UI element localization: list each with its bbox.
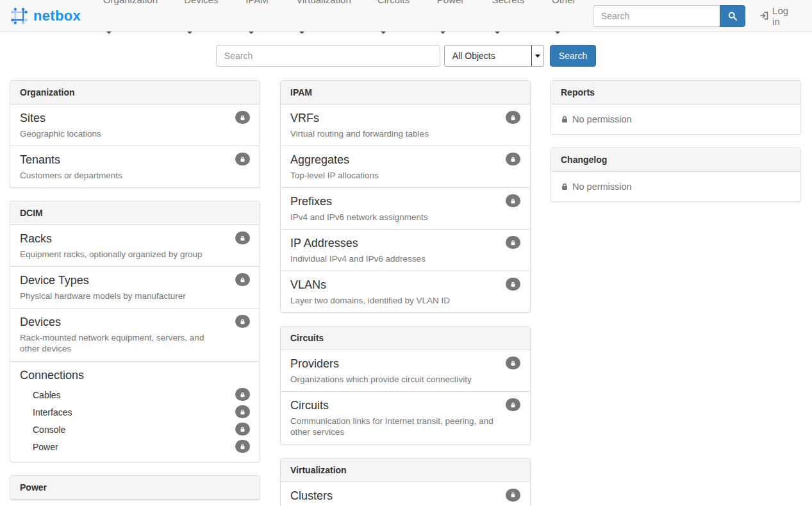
item-title: VRFs: [290, 111, 520, 126]
lock-badge: [235, 232, 250, 244]
login-link[interactable]: Log in: [759, 5, 797, 27]
select-arrow-strip[interactable]: [531, 46, 543, 66]
lock-icon: [240, 156, 245, 162]
menu-circuits[interactable]: Circuits: [367, 0, 426, 48]
menu-ipam[interactable]: IPAM: [235, 0, 285, 48]
item-desc: Virtual routing and forwarding tables: [290, 128, 520, 140]
no-permission-label: No permission: [572, 181, 632, 192]
panel-heading: Virtualization: [281, 459, 530, 482]
lock-badge: [235, 405, 250, 418]
item-title: Aggregates: [290, 153, 520, 167]
panel-item-prefixes[interactable]: Prefixes IPv4 and IPv6 network assignmen…: [281, 187, 530, 229]
lock-icon: [510, 492, 516, 498]
lock-icon: [510, 115, 516, 121]
lock-icon: [240, 277, 245, 283]
panel-item-providers[interactable]: Providers Organizations which provide ci…: [281, 350, 530, 391]
panel-item-clusters[interactable]: Clusters: [281, 482, 530, 506]
lock-icon: [240, 392, 245, 398]
item-title: Tenants: [20, 153, 250, 167]
global-search-button[interactable]: Search: [550, 45, 596, 67]
item-desc: Organizations which provide circuit conn…: [290, 374, 520, 385]
brand-link[interactable]: netbox: [10, 6, 81, 26]
lock-badge: [506, 357, 520, 369]
panel-subitem-console[interactable]: Console: [20, 421, 250, 438]
item-desc: Rack-mounted network equipment, servers,…: [20, 332, 250, 355]
navbar-search-input[interactable]: [593, 5, 720, 27]
no-permission-notice: No permission: [551, 105, 800, 134]
navbar-search-button[interactable]: [720, 5, 745, 27]
lock-icon: [240, 426, 245, 432]
caret-down-icon: [381, 31, 386, 34]
caret-down-icon: [187, 31, 192, 34]
item-desc: Individual IPv4 and IPv6 addresses: [290, 253, 520, 265]
item-desc: Layer two domains, identified by VLAN ID: [290, 295, 520, 307]
menu-power[interactable]: Power: [426, 0, 481, 48]
subitem-label: Interfaces: [33, 407, 72, 417]
panel-subitem-cables[interactable]: Cables: [20, 386, 250, 403]
search-icon: [728, 12, 737, 21]
subitem-label: Console: [33, 425, 65, 435]
menu-devices[interactable]: Devices: [173, 0, 235, 48]
lock-icon: [510, 402, 516, 408]
panel-heading: Reports: [551, 81, 800, 105]
panel-reports: Reports No permission: [551, 80, 801, 135]
caret-down-icon: [440, 31, 445, 34]
brand-name: netbox: [33, 8, 81, 24]
item-desc: Top-level IP allocations: [290, 170, 520, 181]
item-title: Devices: [20, 315, 250, 330]
lock-icon: [240, 409, 245, 415]
panel-item-device-types[interactable]: Device Types Physical hardware models by…: [10, 266, 260, 308]
lock-badge: [235, 315, 250, 328]
panel-item-vlans[interactable]: VLANs Layer two domains, identified by V…: [281, 271, 530, 312]
lock-badge: [235, 440, 250, 453]
lock-icon: [240, 444, 245, 450]
item-desc: Customers or departments: [20, 170, 250, 181]
lock-badge: [506, 236, 520, 249]
login-label: Log in: [772, 5, 797, 27]
global-search-input[interactable]: [216, 45, 440, 67]
menu-virtualization[interactable]: Virtualization: [285, 0, 367, 48]
lock-icon: [510, 360, 516, 366]
lock-icon: [240, 319, 245, 325]
lock-badge: [506, 194, 520, 207]
menu-secrets[interactable]: Secrets: [481, 0, 541, 48]
lock-badge: [506, 489, 520, 502]
lock-icon: [561, 115, 568, 123]
item-desc: Equipment racks, optionally organized by…: [20, 249, 250, 260]
item-title: Providers: [290, 357, 520, 371]
item-desc: Communication links for Internet transit…: [290, 416, 520, 438]
panel-item-racks[interactable]: Racks Equipment racks, optionally organi…: [10, 225, 260, 266]
panel-heading: Changelog: [551, 148, 800, 172]
item-title: Circuits: [290, 398, 520, 413]
panel-item-circuits[interactable]: Circuits Communication links for Interne…: [281, 391, 530, 444]
panel-heading: Circuits: [281, 326, 530, 350]
panel-item-sites[interactable]: Sites Geographic locations: [10, 105, 260, 146]
item-title: Device Types: [20, 273, 250, 288]
item-desc: Physical hardware models by manufacturer: [20, 291, 250, 302]
panel-heading: Power: [10, 476, 260, 500]
sign-in-icon: [759, 11, 768, 21]
lock-icon: [510, 240, 516, 246]
panel-item-ip-addresses[interactable]: IP Addresses Individual IPv4 and IPv6 ad…: [281, 229, 530, 271]
no-permission-label: No permission: [572, 114, 632, 124]
panel-item-devices[interactable]: Devices Rack-mounted network equipment, …: [10, 308, 260, 361]
panel-item-aggregates[interactable]: Aggregates Top-level IP allocations: [281, 146, 530, 187]
panel-organization: Organization Sites Geographic locations …: [10, 80, 260, 188]
caret-down-icon: [106, 31, 112, 34]
object-type-select[interactable]: All Objects: [444, 45, 544, 67]
lock-icon: [561, 183, 568, 190]
menu-other[interactable]: Other: [541, 0, 593, 48]
item-title: Sites: [20, 111, 250, 126]
lock-icon: [510, 198, 516, 204]
column-1: Organization Sites Geographic locations …: [10, 80, 260, 506]
caret-down-icon: [299, 31, 304, 34]
lock-icon: [510, 156, 516, 162]
caret-down-icon: [555, 31, 560, 34]
panel-item-vrfs[interactable]: VRFs Virtual routing and forwarding tabl…: [281, 105, 530, 146]
panel-subitem-power[interactable]: Power: [20, 438, 250, 455]
panel-dcim: DCIM Racks Equipment racks, optionally o…: [10, 201, 260, 462]
menu-organization[interactable]: Organization: [92, 0, 173, 48]
panel-item-tenants[interactable]: Tenants Customers or departments: [10, 146, 260, 187]
panel-subitem-interfaces[interactable]: Interfaces: [20, 403, 250, 421]
item-title: Connections: [20, 368, 250, 383]
